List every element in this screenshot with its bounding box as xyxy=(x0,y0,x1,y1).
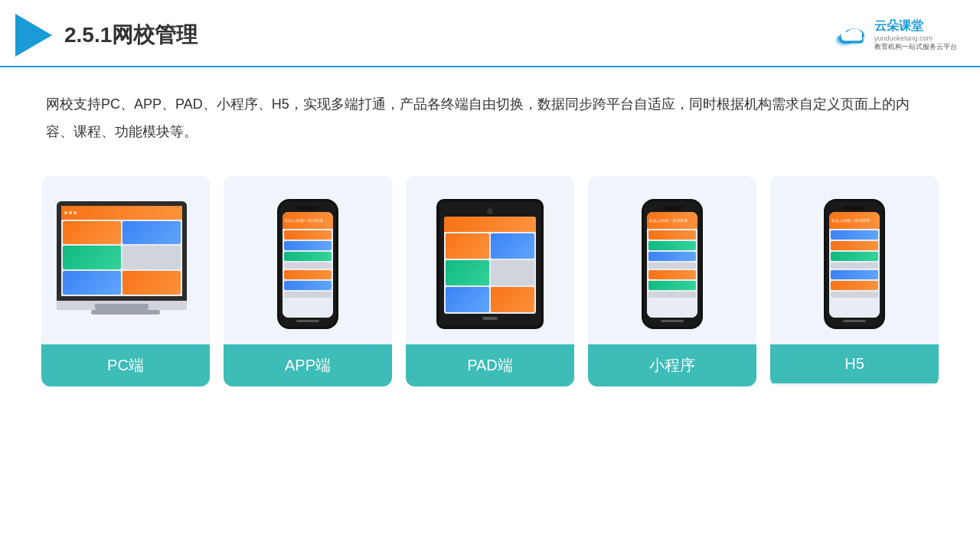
card-image-pad xyxy=(406,176,574,344)
phone-device-icon: 职达人的第一堂训营课 xyxy=(277,199,338,329)
header-left: 2.5.1网校管理 xyxy=(15,14,198,57)
tablet-device-icon xyxy=(436,199,544,329)
cloud-icon xyxy=(831,22,870,49)
card-label-pc: PC端 xyxy=(41,344,210,386)
svg-rect-10 xyxy=(841,35,862,41)
card-pc: PC端 xyxy=(41,176,210,386)
monitor-screen xyxy=(57,201,187,301)
header-right: 云朵课堂 yunduoketang.com 教育机构一站式服务云平台 xyxy=(831,18,957,52)
card-label-app: APP端 xyxy=(224,344,392,386)
page-title: 2.5.1网校管理 xyxy=(64,21,198,50)
card-image-miniprogram: 职达人的第一堂训营课 xyxy=(588,176,756,344)
card-label-miniprogram: 小程序 xyxy=(588,344,756,386)
brand-url: yunduoketang.com xyxy=(874,34,957,42)
card-label-h5: H5 xyxy=(770,344,939,383)
card-image-h5: 职达人的第一堂训营课 xyxy=(770,176,939,344)
card-app: 职达人的第一堂训营课 APP端 xyxy=(224,176,392,386)
miniprogram-device-icon: 职达人的第一堂训营课 xyxy=(642,199,703,329)
card-miniprogram: 职达人的第一堂训营课 小程序 xyxy=(588,176,756,386)
card-label-pad: PAD端 xyxy=(406,344,574,386)
brand-logo: 云朵课堂 yunduoketang.com 教育机构一站式服务云平台 xyxy=(831,18,957,52)
card-image-pc xyxy=(41,176,210,344)
header: 2.5.1网校管理 云朵课堂 yunduoketang.com 教育机构 xyxy=(0,0,980,67)
card-image-app: 职达人的第一堂训营课 xyxy=(224,176,392,344)
brand-slogan: 教育机构一站式服务云平台 xyxy=(874,42,957,52)
logo-triangle-icon xyxy=(15,14,52,57)
brand-info: 云朵课堂 yunduoketang.com 教育机构一站式服务云平台 xyxy=(874,18,957,52)
pc-device-icon xyxy=(57,201,194,328)
card-h5: 职达人的第一堂训营课 H5 xyxy=(770,176,939,386)
cards-container: PC端 职达人的第一堂训营课 xyxy=(0,161,980,402)
brand-name: 云朵课堂 xyxy=(874,18,957,34)
card-pad: PAD端 xyxy=(406,176,574,386)
h5-device-icon: 职达人的第一堂训营课 xyxy=(824,199,885,329)
description-text: 网校支持PC、APP、PAD、小程序、H5，实现多端打通，产品各终端自由切换，数… xyxy=(0,67,980,153)
